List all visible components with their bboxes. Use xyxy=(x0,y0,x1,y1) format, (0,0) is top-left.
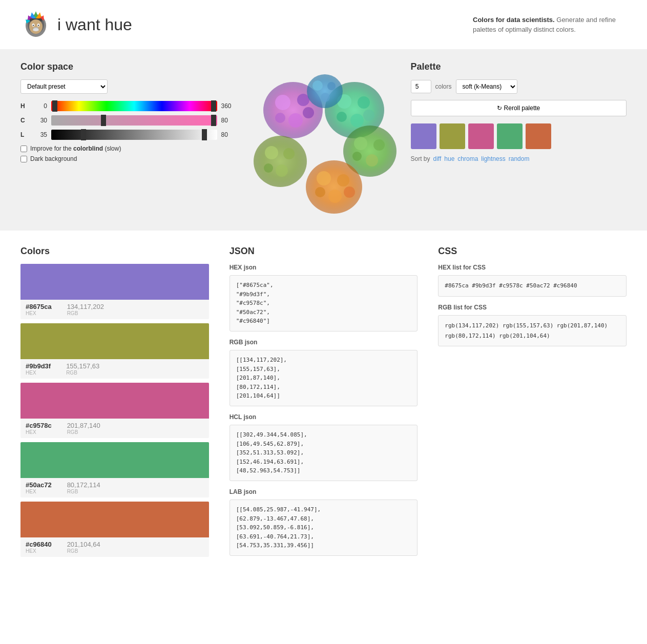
palette-controls: 5 colors soft (k-Means) hard (k-Means) r… xyxy=(411,79,627,94)
color-rgb-label-4: RGB xyxy=(67,489,100,494)
color-rgb-label-5: RGB xyxy=(67,548,100,554)
palette-title: Palette xyxy=(411,61,627,72)
svg-point-21 xyxy=(303,107,314,118)
c-slider-row: C 30 80 xyxy=(20,115,237,126)
palette-algo-select[interactable]: soft (k-Means) hard (k-Means) random xyxy=(456,79,517,94)
color-rgb-label-1: RGB xyxy=(67,310,104,316)
color-info-3: #c9578c HEX 201,87,140 RGB xyxy=(20,419,209,438)
sort-chroma-link[interactable]: chroma xyxy=(457,155,478,162)
viz-area xyxy=(247,61,401,215)
color-rgb-label-2: RGB xyxy=(66,370,99,376)
palette-swatch-2[interactable] xyxy=(440,123,465,149)
color-bar-2[interactable] xyxy=(20,323,209,359)
reroll-button[interactable]: ↻ Reroll palette xyxy=(411,100,627,116)
svg-point-24 xyxy=(358,96,370,109)
color-hex-val-2: #9b9d3f xyxy=(26,362,51,370)
hex-json-box: ["#8675ca", "#9b9d3f", "#c9578c", "#50ac… xyxy=(229,275,418,331)
l-slider-track[interactable] xyxy=(51,130,217,140)
viz-svg xyxy=(247,61,401,215)
color-space-panel: Color space Default preset All colors Fa… xyxy=(20,61,237,215)
colorblind-checkbox[interactable] xyxy=(20,146,27,152)
bottom-section: Colors #8675ca HEX 134,117,202 RGB xyxy=(0,231,647,576)
color-bar-5[interactable] xyxy=(20,502,209,537)
svg-point-31 xyxy=(366,154,378,167)
rgb-css-title: RGB list for CSS xyxy=(438,304,627,311)
css-column: CSS HEX list for CSS #8675ca #9b9d3f #c9… xyxy=(438,246,627,561)
color-hex-label-1: HEX xyxy=(26,310,52,316)
color-bar-3[interactable] xyxy=(20,383,209,419)
color-item-5: #c96840 HEX 201,104,64 RGB xyxy=(20,502,209,557)
svg-point-45 xyxy=(312,80,323,91)
color-hex-label-2: HEX xyxy=(26,370,51,376)
h-slider-thumb-left[interactable] xyxy=(52,100,57,112)
l-slider-row: L 35 80 xyxy=(20,130,237,140)
c-slider-thumb-right[interactable] xyxy=(211,115,216,126)
h-slider-row: H 0 360 xyxy=(20,101,237,111)
rgb-json-title: RGB json xyxy=(229,339,418,346)
h-label: H xyxy=(20,102,28,110)
color-rgb-group-3: 201,87,140 RGB xyxy=(67,422,100,435)
color-rgb-val-3: 201,87,140 xyxy=(67,422,100,429)
svg-point-12 xyxy=(33,25,34,26)
sort-random-link[interactable]: random xyxy=(509,155,530,162)
palette-swatch-3[interactable] xyxy=(468,123,494,149)
c-slider-track[interactable] xyxy=(51,115,217,126)
color-hex-group-3: #c9578c HEX xyxy=(26,422,52,435)
sort-label: Sort by xyxy=(411,155,430,162)
h-slider-track[interactable] xyxy=(51,101,217,111)
color-item-4: #50ac72 HEX 80,172,114 RGB xyxy=(20,442,209,497)
color-hex-label-3: HEX xyxy=(26,429,52,435)
preset-select[interactable]: Default preset All colors Fancy light Sh… xyxy=(20,79,108,94)
logo-text: i want hue xyxy=(57,15,132,34)
color-info-5: #c96840 HEX 201,104,64 RGB xyxy=(20,537,209,557)
color-bar-1[interactable] xyxy=(20,264,209,300)
color-bar-4[interactable] xyxy=(20,442,209,478)
color-hex-group-1: #8675ca HEX xyxy=(26,303,52,316)
color-item-1: #8675ca HEX 134,117,202 RGB xyxy=(20,264,209,319)
bottom-grid: Colors #8675ca HEX 134,117,202 RGB xyxy=(20,246,627,561)
palette-count-input[interactable]: 5 xyxy=(411,80,431,93)
l-slider-thumb-right[interactable] xyxy=(202,129,207,140)
sort-diff-link[interactable]: diff xyxy=(433,155,442,162)
color-hex-group-2: #9b9d3f HEX xyxy=(26,362,51,376)
l-slider-thumb-left[interactable] xyxy=(81,129,86,140)
sort-lightness-link[interactable]: lightness xyxy=(481,155,505,162)
palette-unit: colors xyxy=(435,83,452,90)
lab-json-title: LAB json xyxy=(229,488,418,495)
sort-hue-link[interactable]: hue xyxy=(444,155,454,162)
svg-point-44 xyxy=(307,74,343,108)
colors-column: Colors #8675ca HEX 134,117,202 RGB xyxy=(20,246,209,561)
svg-point-40 xyxy=(265,146,278,159)
svg-point-47 xyxy=(321,93,330,102)
darkbg-checkbox[interactable] xyxy=(20,156,27,162)
color-rgb-val-2: 155,157,63 xyxy=(66,362,99,370)
rgb-json-box: [[134,117,202], [155,157,63], [201,87,14… xyxy=(229,350,418,406)
h-val-right: 360 xyxy=(221,102,237,110)
svg-point-42 xyxy=(276,164,288,177)
h-slider-thumb-right[interactable] xyxy=(211,100,216,112)
json-title: JSON xyxy=(229,246,418,257)
color-rgb-group-1: 134,117,202 RGB xyxy=(67,303,104,316)
svg-point-25 xyxy=(350,114,364,127)
svg-point-13 xyxy=(38,25,39,26)
palette-swatch-1[interactable] xyxy=(411,123,436,149)
color-info-4: #50ac72 HEX 80,172,114 RGB xyxy=(20,478,209,497)
l-val-left: 35 xyxy=(32,131,47,138)
hex-css-title: HEX list for CSS xyxy=(438,264,627,271)
svg-point-30 xyxy=(373,139,385,151)
color-hex-label-4: HEX xyxy=(26,489,52,494)
colors-title: Colors xyxy=(20,246,209,257)
c-slider-thumb-left[interactable] xyxy=(101,115,106,126)
top-grid: Color space Default preset All colors Fa… xyxy=(20,61,627,215)
svg-point-19 xyxy=(288,113,303,128)
logo-icon xyxy=(20,9,51,40)
color-item-3: #c9578c HEX 201,87,140 RGB xyxy=(20,383,209,438)
color-rgb-group-5: 201,104,64 RGB xyxy=(67,541,100,554)
darkbg-row: Dark background xyxy=(20,155,237,162)
palette-swatch-5[interactable] xyxy=(526,123,551,149)
svg-point-20 xyxy=(275,113,285,123)
tagline-bold: Colors for data scientists. xyxy=(473,16,555,24)
palette-swatch-4[interactable] xyxy=(497,123,523,149)
svg-point-9 xyxy=(29,19,43,34)
svg-point-17 xyxy=(275,95,290,110)
